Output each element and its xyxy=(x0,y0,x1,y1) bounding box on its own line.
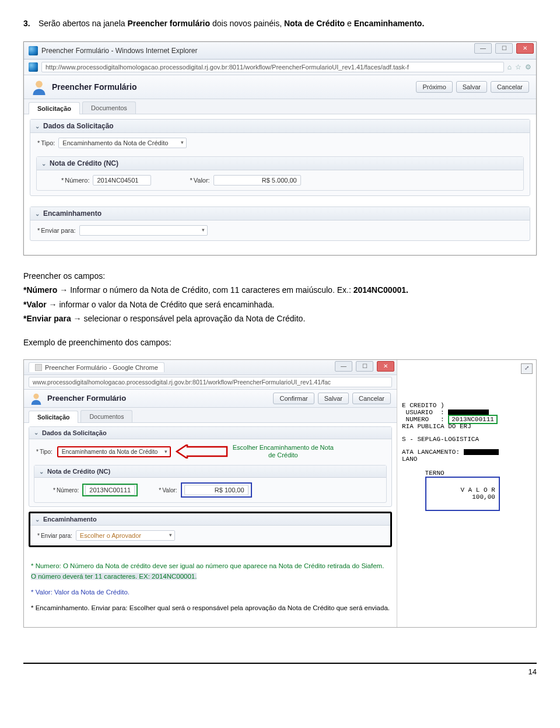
window-title-bar: Preencher Formulário - Windows Internet … xyxy=(24,42,536,60)
chrome-tab[interactable]: Preencher Formulário - Google Chrome xyxy=(29,362,164,372)
siafem-line: ATA LANCAMENTO: xyxy=(402,449,531,456)
panel-body-dados: *Tipo: Encaminhamento da Nota de Crédito xyxy=(30,133,530,153)
panel-body-nc: *Número: 2014NC04501 *Valor: R$ 5.000,00 xyxy=(37,170,523,190)
intro-text-1: Serão abertos na janela xyxy=(38,19,128,28)
numero-input[interactable]: 2014NC04501 xyxy=(93,175,151,186)
toolbar-icons: ⌂ ☆ ⚙ xyxy=(508,63,531,71)
app-header: Preencher Formulário Confirmar Salvar Ca… xyxy=(24,390,397,408)
maximize-button[interactable]: ☐ xyxy=(495,43,513,54)
tab-solicitacao[interactable]: Solicitação xyxy=(29,411,78,423)
valor-value-highlight: V A L O R100,00 xyxy=(425,477,500,511)
red-arrow-icon xyxy=(176,444,228,459)
user-icon xyxy=(30,392,43,405)
app-title: Preencher Formulário xyxy=(52,82,137,92)
panel-title-enc: Encaminhamento xyxy=(43,209,102,218)
instructions-enviar: *Enviar para → selecionar o responsável … xyxy=(23,312,537,325)
panel-nota-credito: ⌄ Nota de Crédito (NC) *Número: 2014NC04… xyxy=(36,156,524,191)
tab-documentos[interactable]: Documentos xyxy=(82,102,136,114)
tipo-label: *Tipo: xyxy=(37,139,55,146)
cancelar-button[interactable]: Cancelar xyxy=(491,81,529,93)
numero-label: *Número: xyxy=(61,177,89,184)
header-buttons: Confirmar Salvar Cancelar xyxy=(273,393,391,404)
siafem-line: NUMERO : 2013NC00111 xyxy=(402,416,531,423)
app-title: Preencher Formulário xyxy=(47,394,126,402)
panel-head-dados[interactable]: ⌄ Dados da Solicitação xyxy=(29,427,391,439)
tab-bar: Solicitação Documentos xyxy=(24,99,536,114)
panel-head-nc[interactable]: ⌄ Nota de Crédito (NC) xyxy=(37,157,523,170)
tab-documentos[interactable]: Documentos xyxy=(80,410,132,422)
header-buttons: Próximo Salvar Cancelar xyxy=(416,81,529,93)
minimize-button[interactable]: — xyxy=(474,43,492,54)
tipo-dropdown[interactable]: Encaminhamento da Nota de Crédito xyxy=(58,138,187,148)
siafem-line: S - SEPLAG-LOGISTICA xyxy=(402,436,531,443)
close-button[interactable]: ✕ xyxy=(377,361,394,372)
cancelar-button[interactable]: Cancelar xyxy=(352,393,391,404)
page-footer: 14 xyxy=(23,663,537,676)
tab-bar: Solicitação Documentos xyxy=(24,408,397,423)
tools-icon[interactable]: ⚙ xyxy=(525,63,531,71)
escolher-note: Escolher Encaminhamento de Nota de Crédi… xyxy=(233,444,334,459)
panel-head-nc[interactable]: ⌄ Nota de Crédito (NC) xyxy=(34,466,386,478)
confirmar-button[interactable]: Confirmar xyxy=(273,393,314,404)
tab-solicitacao[interactable]: Solicitação xyxy=(29,102,80,114)
numero-highlight: 2013NC00111 xyxy=(82,484,138,496)
window-controls: — ☐ ✕ xyxy=(335,361,394,372)
panel-title-dados: Dados da Solicitação xyxy=(42,429,107,436)
intro-bold-1: Preencher formulário xyxy=(127,19,210,28)
redacted-value xyxy=(464,449,499,455)
tipo-dropdown[interactable]: Encaminhamento da Nota de Crédito xyxy=(57,446,171,457)
svg-point-1 xyxy=(33,394,38,399)
close-button[interactable]: ✕ xyxy=(516,43,534,54)
numero-input[interactable]: 2013NC00111 xyxy=(85,485,135,495)
home-icon[interactable]: ⌂ xyxy=(508,63,512,71)
panel-nota-credito: ⌄ Nota de Crédito (NC) *Número: 2013NC00… xyxy=(34,465,387,503)
favorites-icon[interactable]: ☆ xyxy=(515,63,522,71)
chrome-url-field[interactable]: www.processodigitalhomologacao.processod… xyxy=(29,377,392,387)
form-panels: ⌄ Dados da Solicitação *Tipo: Encaminham… xyxy=(24,423,397,555)
tipo-label: *Tipo: xyxy=(36,449,52,455)
panel-dados-solicitacao: ⌄ Dados da Solicitação *Tipo: Encaminham… xyxy=(30,119,530,196)
chevron-down-icon: ⌄ xyxy=(34,429,38,436)
page-icon xyxy=(35,364,42,371)
intro-text-3: e xyxy=(347,19,354,28)
intro-text-2: dois novos painéis, xyxy=(212,19,284,28)
example-heading: Exemplo de preenchimento dos campos: xyxy=(23,336,537,349)
chrome-window: Preencher Formulário - Google Chrome — ☐… xyxy=(24,360,397,627)
intro-bold-3: Encaminhamento. xyxy=(354,19,425,28)
url-field[interactable]: http://www.processodigitalhomologacao.pr… xyxy=(41,62,504,72)
minimize-button[interactable]: — xyxy=(335,361,352,372)
svg-point-0 xyxy=(36,81,43,88)
panel-title-enc: Encaminhamento xyxy=(43,516,97,523)
valor-input[interactable]: R$ 5.000,00 xyxy=(214,175,301,186)
ie-favicon-icon xyxy=(29,46,38,55)
panel-body-nc: *Número: 2013NC00111 *Valor: R$ 100,00 xyxy=(34,478,386,502)
numero-label: *Número: xyxy=(53,487,79,494)
window-controls: — ☐ ✕ xyxy=(474,43,534,54)
panel-encaminhamento: ⌄ Encaminhamento *Enviar para: xyxy=(30,206,530,241)
proximo-button[interactable]: Próximo xyxy=(416,81,452,93)
instructions-numero: *Número → Informar o número da Nota de C… xyxy=(23,284,537,296)
list-number: 3. xyxy=(23,18,36,30)
chevron-down-icon: ⌄ xyxy=(35,211,40,217)
panel-head-dados[interactable]: ⌄ Dados da Solicitação xyxy=(30,120,530,133)
chrome-tab-title: Preencher Formulário - Google Chrome xyxy=(45,364,158,371)
maximize-icon[interactable]: ⤢ xyxy=(521,363,533,374)
chevron-down-icon: ⌄ xyxy=(35,516,40,523)
screenshot-example: Preencher Formulário - Google Chrome — ☐… xyxy=(23,359,537,628)
salvar-button[interactable]: Salvar xyxy=(456,81,487,93)
instructions-valor: *Valor → informar o valor da Nota de Cré… xyxy=(23,298,537,311)
user-icon xyxy=(31,79,47,95)
annotation-notes: * Numero: O Número da Nota de crédito de… xyxy=(24,555,397,627)
ie-page-icon xyxy=(29,62,38,72)
window-title: Preencher Formulário - Windows Internet … xyxy=(41,47,197,55)
enviar-para-dropdown[interactable] xyxy=(79,225,208,236)
salvar-button[interactable]: Salvar xyxy=(318,393,349,404)
panel-head-enc[interactable]: ⌄ Encaminhamento xyxy=(30,207,530,220)
siafem-panel: ⤢ E CREDITO ) USUARIO : NUMERO : 2013NC0… xyxy=(397,360,536,627)
enviar-para-dropdown[interactable]: Escolher o Aprovador xyxy=(76,530,175,541)
valor-input[interactable]: R$ 100,00 xyxy=(184,485,249,495)
maximize-button[interactable]: ☐ xyxy=(356,361,373,372)
panel-head-enc[interactable]: ⌄ Encaminhamento xyxy=(30,513,390,526)
siafem-line: TERNO V A L O R100,00 xyxy=(402,463,531,518)
siafem-line: E CREDITO ) xyxy=(402,402,531,409)
